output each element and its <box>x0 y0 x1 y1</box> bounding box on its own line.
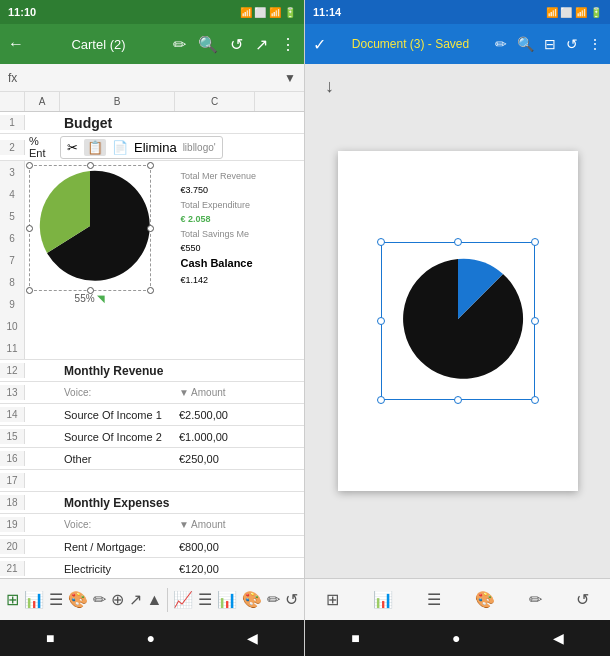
home-btn[interactable]: ● <box>146 630 154 646</box>
cut-icon[interactable]: ✂ <box>67 140 78 155</box>
cell-a17[interactable] <box>25 480 60 482</box>
chart3-icon[interactable]: 📊 <box>373 590 393 609</box>
cell-a16[interactable] <box>25 458 60 460</box>
handle-tl[interactable] <box>377 238 385 246</box>
lines-icon[interactable]: ☰ <box>198 590 212 609</box>
cell-b19[interactable]: Voice: <box>60 518 175 531</box>
link-icon[interactable]: ↗ <box>129 590 142 609</box>
handle-mr[interactable] <box>531 317 539 325</box>
cell-a20[interactable] <box>25 546 60 548</box>
chart-icon[interactable]: 📊 <box>24 590 44 609</box>
chart-wrapper[interactable]: Total Mer Revenue €3.750 Total Expenditu… <box>29 165 151 355</box>
percent-label: 55% ◥ <box>29 293 151 304</box>
more-icon[interactable]: ⋮ <box>280 35 296 54</box>
paint2-icon[interactable]: 🎨 <box>475 590 495 609</box>
paste-icon[interactable]: 📄 <box>112 140 128 155</box>
draw-icon[interactable]: ✏ <box>93 590 106 609</box>
undo-icon-right[interactable]: ↺ <box>566 36 578 52</box>
chart-selection[interactable] <box>381 242 535 400</box>
col-header-c[interactable]: C <box>175 92 255 111</box>
palette-icon[interactable]: 🎨 <box>242 590 262 609</box>
view-icon-right[interactable]: ⊟ <box>544 36 556 52</box>
handle-tr[interactable] <box>531 238 539 246</box>
chart2-icon[interactable]: 📊 <box>217 590 237 609</box>
delete-icon[interactable]: Elimina <box>134 140 177 155</box>
cell-c15[interactable]: €1.000,00 <box>175 430 255 444</box>
format-icon[interactable]: ☰ <box>49 590 63 609</box>
share-icon[interactable]: ↗ <box>255 35 268 54</box>
spreadsheet2-icon[interactable]: ⊞ <box>326 590 339 609</box>
bar-chart-icon[interactable]: 📈 <box>173 590 193 609</box>
checkmark-icon[interactable]: ✓ <box>313 35 326 54</box>
copy-icon[interactable]: 📋 <box>84 139 106 156</box>
cell-b20[interactable]: Rent / Mortgage: <box>60 540 175 554</box>
more-icon-right[interactable]: ⋮ <box>588 36 602 52</box>
back-btn-right[interactable]: ◀ <box>553 630 564 646</box>
draw2-icon[interactable]: ✏ <box>529 590 542 609</box>
cell-b14[interactable]: Source Of Income 1 <box>60 408 175 422</box>
clipboard-toolbar: ✂ 📋 📄 Elimina libllogo' <box>60 136 223 159</box>
fx-label: fx <box>8 71 17 85</box>
handle-bm[interactable] <box>454 396 462 404</box>
edit-icon[interactable]: ✏ <box>173 35 186 54</box>
search-icon[interactable]: 🔍 <box>198 35 218 54</box>
status-icons-left: 📶 ⬜ 📶 🔋 <box>240 7 296 18</box>
format2-icon[interactable]: ☰ <box>427 590 441 609</box>
cell-b13[interactable]: Voice: <box>60 386 175 399</box>
search-icon-right[interactable]: 🔍 <box>517 36 534 52</box>
handle-br[interactable] <box>531 396 539 404</box>
cell-a2[interactable]: % Ent <box>25 134 60 160</box>
home-btn-right[interactable]: ● <box>452 630 460 646</box>
cell-c19[interactable]: ▼ Amount <box>175 518 255 531</box>
undo3-icon[interactable]: ↺ <box>576 590 589 609</box>
nav-bar-left: ■ ● ◀ <box>0 620 304 656</box>
edit-icon-right[interactable]: ✏ <box>495 36 507 52</box>
col-header-a[interactable]: A <box>25 92 60 111</box>
table-row: 14 Source Of Income 1 €2.500,00 <box>0 404 304 426</box>
pen-icon[interactable]: ✏ <box>267 590 280 609</box>
up-arrow-icon[interactable]: ▲ <box>147 591 163 609</box>
cell-b1[interactable]: Budget <box>60 114 175 132</box>
column-headers: A B C <box>0 92 304 112</box>
spreadsheet-content: 1 Budget 2 % Ent ✂ 📋 📄 Elimina libllogo'… <box>0 112 304 578</box>
col-header-rownum <box>0 92 25 111</box>
undo-icon[interactable]: ↺ <box>230 35 243 54</box>
cell-a18[interactable] <box>25 502 60 504</box>
cell-b21[interactable]: Electricity <box>60 562 175 576</box>
handle-tm[interactable] <box>454 238 462 246</box>
cell-a12[interactable] <box>25 370 60 372</box>
cell-a13[interactable] <box>25 392 60 394</box>
cell-a1[interactable] <box>25 122 60 124</box>
cell-c20[interactable]: €800,00 <box>175 540 255 554</box>
logo-text: libllogo' <box>183 142 216 153</box>
cell-c1[interactable] <box>175 122 255 124</box>
cell-b17[interactable] <box>60 480 255 482</box>
undo2-icon[interactable]: ↺ <box>285 590 298 609</box>
spreadsheet-icon[interactable]: ⊞ <box>6 590 19 609</box>
stop-btn-right[interactable]: ■ <box>351 630 359 646</box>
back-icon[interactable]: ← <box>8 35 24 53</box>
cell-b16[interactable]: Other <box>60 452 175 466</box>
formula-dropdown[interactable]: ▼ <box>284 71 296 85</box>
paint-icon[interactable]: 🎨 <box>68 590 88 609</box>
cell-c14[interactable]: €2.500,00 <box>175 408 255 422</box>
cell-a14[interactable] <box>25 414 60 416</box>
cell-b15[interactable]: Source Of Income 2 <box>60 430 175 444</box>
document-page <box>338 151 578 491</box>
handle-bl[interactable] <box>377 396 385 404</box>
cell-a21[interactable] <box>25 568 60 570</box>
insert-icon[interactable]: ⊕ <box>111 590 124 609</box>
back-btn[interactable]: ◀ <box>247 630 258 646</box>
cell-c21[interactable]: €120,00 <box>175 562 255 576</box>
cell-c16[interactable]: €250,00 <box>175 452 255 466</box>
cell-a15[interactable] <box>25 436 60 438</box>
cell-b12[interactable]: Monthly Revenue <box>60 363 255 379</box>
cell-a19[interactable] <box>25 524 60 526</box>
stop-btn[interactable]: ■ <box>46 630 54 646</box>
cell-c13[interactable]: ▼ Amount <box>175 386 255 399</box>
doc-content-area: ↓ <box>305 64 610 578</box>
chart-area-row: 3 4 5 6 7 8 9 10 11 <box>0 161 304 360</box>
cell-b18[interactable]: Monthly Expenses <box>60 495 255 511</box>
col-header-b[interactable]: B <box>60 92 175 111</box>
handle-ml[interactable] <box>377 317 385 325</box>
